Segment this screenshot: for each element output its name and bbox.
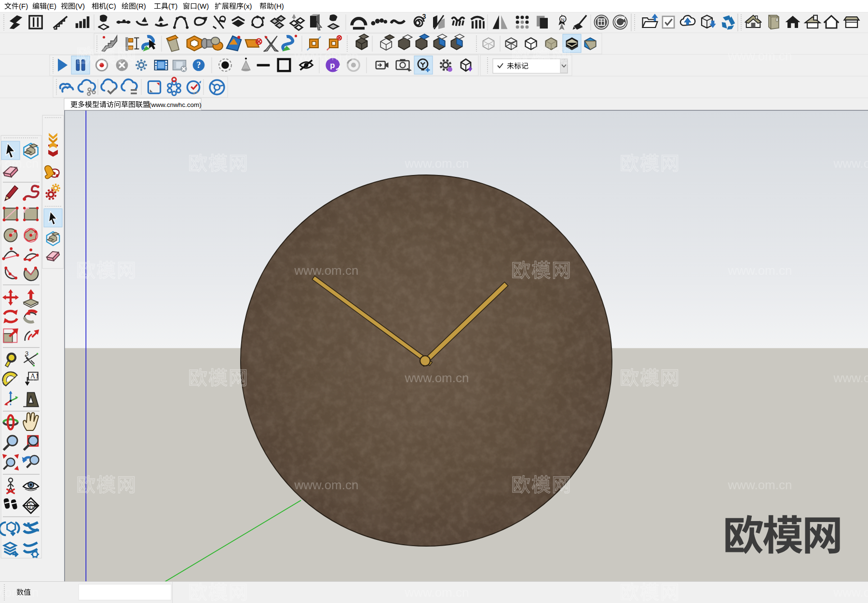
svg-text:N: N [561, 17, 564, 22]
svg-text:www.om.cn: www.om.cn [405, 371, 469, 385]
svg-text:4.6: 4.6 [29, 506, 35, 510]
svg-text:(H): (H) [274, 2, 284, 10]
svg-text:www.om.cn: www.om.cn [833, 371, 868, 385]
svg-text:www.om.cn: www.om.cn [294, 49, 359, 63]
svg-text:?: ? [197, 60, 201, 70]
svg-text:www.om.cn: www.om.cn [0, 371, 39, 385]
svg-text:(V): (V) [75, 2, 85, 10]
svg-text:3: 3 [25, 350, 28, 357]
svg-text:www.om.cn: www.om.cn [728, 478, 792, 492]
svg-text:www.om.cn: www.om.cn [294, 478, 359, 492]
svg-text:(T): (T) [168, 2, 177, 10]
svg-text:www.om.cn: www.om.cn [405, 156, 469, 171]
svg-text:C: C [29, 501, 33, 506]
svg-text:www.om.cn: www.om.cn [833, 156, 868, 171]
svg-text:(F): (F) [19, 2, 28, 10]
svg-text:(W): (W) [197, 2, 209, 10]
svg-text:(www.cnwhc.com): (www.cnwhc.com) [149, 101, 202, 108]
svg-text:www.om.cn: www.om.cn [833, 585, 868, 600]
svg-text:(E): (E) [47, 2, 56, 10]
svg-text:(x): (x) [244, 2, 252, 10]
svg-text:www.om.cn: www.om.cn [728, 263, 792, 278]
svg-text:www.om.cn: www.om.cn [728, 49, 792, 63]
svg-text:www.om.cn: www.om.cn [0, 156, 39, 171]
svg-text:3: 3 [422, 13, 426, 20]
svg-text:www.om.cn: www.om.cn [405, 585, 469, 600]
svg-text:www.om.cn: www.om.cn [0, 585, 39, 600]
svg-text:(C): (C) [106, 2, 116, 10]
svg-text:(R): (R) [136, 2, 146, 10]
svg-text:www.om.cn: www.om.cn [294, 263, 359, 278]
